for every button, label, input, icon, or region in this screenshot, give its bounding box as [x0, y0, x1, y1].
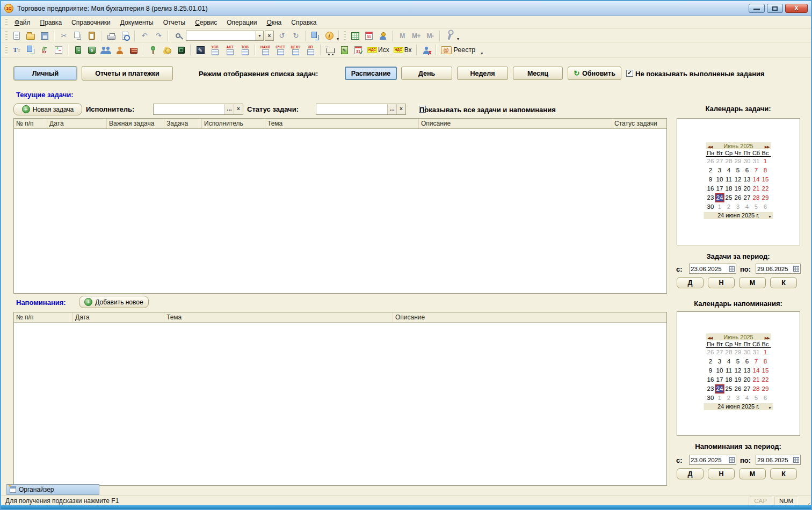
calendar-day[interactable]: 31 — [752, 348, 761, 357]
calendar-prev-icon[interactable] — [708, 142, 713, 150]
journal-book-icon[interactable] — [127, 44, 140, 56]
calendar-day[interactable]: 9 — [706, 366, 715, 375]
toolbar-grip[interactable] — [5, 46, 8, 55]
minimize-button[interactable] — [749, 4, 765, 13]
open-icon[interactable] — [24, 30, 37, 42]
doc-account-button[interactable]: СЧЕТ — [273, 44, 287, 56]
calendar-day[interactable]: 4 — [743, 202, 752, 212]
task-status-clear-icon[interactable]: × — [396, 104, 405, 114]
calendar-day[interactable]: 29 — [761, 384, 770, 394]
menu-help[interactable]: Справка — [286, 17, 321, 28]
task-status-input[interactable] — [316, 105, 387, 114]
calendar-day[interactable]: 2 — [706, 357, 715, 366]
paste-icon[interactable] — [85, 30, 98, 42]
calendar-next-icon[interactable] — [765, 333, 770, 341]
calendar-day[interactable]: 11 — [724, 175, 734, 184]
calendar-day[interactable]: 20 — [743, 375, 752, 384]
menu-service[interactable]: Сервис — [190, 17, 222, 28]
safe-door-icon[interactable] — [71, 44, 84, 56]
column-header[interactable]: Тема — [164, 312, 393, 322]
doc-services-button[interactable]: УСЛ — [208, 44, 222, 56]
print-preview-icon[interactable] — [119, 30, 132, 42]
reminders-period-from-input[interactable] — [691, 457, 729, 463]
calendar-day[interactable]: 2 — [706, 166, 715, 175]
refresh-button[interactable]: ↻Обновить — [568, 67, 621, 80]
calendar-day[interactable]: 29 — [761, 193, 770, 202]
calendar-day[interactable]: 17 — [715, 375, 724, 384]
doc-goods-button[interactable]: ТОВ — [238, 44, 252, 56]
calendar-selected-day[interactable]: 24 — [715, 193, 724, 202]
cart-icon[interactable] — [324, 44, 337, 56]
chart-of-accounts-icon[interactable] — [52, 44, 65, 56]
add-reminder-button[interactable]: +Добавить новое — [79, 296, 149, 308]
calendar-day[interactable]: 23 — [706, 193, 715, 202]
calendar-day[interactable]: 10 — [715, 175, 724, 184]
calendar-day[interactable]: 6 — [761, 394, 770, 403]
calendar-day[interactable]: 26 — [734, 193, 743, 202]
doc-act-button[interactable]: АКТ — [223, 44, 237, 56]
column-header[interactable]: Дата — [73, 312, 164, 322]
doc-workshop-button[interactable]: ЦЕХ1 — [288, 44, 302, 56]
date-picker-icon[interactable] — [793, 457, 799, 463]
calendar-day[interactable]: 18 — [724, 375, 734, 384]
calendar-check-icon[interactable]: 31 — [352, 44, 365, 56]
save-icon[interactable] — [38, 30, 51, 42]
calendar-day[interactable]: 3 — [734, 394, 743, 403]
date-picker-icon[interactable] — [793, 266, 799, 272]
column-header[interactable]: Важная задача — [107, 119, 164, 128]
tab-personal[interactable]: Личный — [13, 66, 77, 81]
redo-icon[interactable]: ↷ — [152, 30, 165, 42]
cash-register-icon[interactable]: $ — [85, 44, 98, 56]
calendar-day[interactable]: 27 — [743, 384, 752, 394]
calendar-prev-icon[interactable] — [708, 333, 713, 341]
print-icon[interactable] — [105, 30, 118, 42]
calendar-day[interactable]: 26 — [734, 384, 743, 394]
debit-credit-icon[interactable]: ДтКт — [38, 44, 51, 56]
reminders-period-quarter-button[interactable]: К — [770, 468, 797, 479]
calendar-date-selector[interactable]: 24 июня 2025 г. — [704, 212, 773, 219]
column-header[interactable]: Статус задачи — [612, 119, 666, 128]
structure-icon[interactable] — [24, 44, 37, 56]
calendar-day[interactable]: 5 — [734, 166, 743, 175]
reminders-period-month-button[interactable]: М — [739, 468, 766, 479]
cut-icon[interactable]: ✂ — [57, 30, 70, 42]
calendar-day[interactable]: 10 — [715, 366, 724, 375]
edit-note-icon[interactable] — [194, 44, 207, 56]
calendar-day[interactable]: 29 — [734, 157, 743, 166]
task-status-picker-icon[interactable]: … — [387, 104, 396, 114]
restore-button[interactable] — [767, 4, 783, 13]
calendar-day[interactable]: 28 — [724, 348, 734, 357]
calendar-day[interactable]: 31 — [752, 157, 761, 166]
calendar-day[interactable]: 5 — [752, 202, 761, 212]
calendar-day[interactable]: 16 — [706, 184, 715, 193]
calendar-day[interactable]: 14 — [752, 366, 761, 375]
reminders-period-week-button[interactable]: Н — [708, 468, 735, 479]
new-document-icon[interactable] — [10, 30, 23, 42]
calendar-day[interactable]: 5 — [752, 394, 761, 403]
calendar-day[interactable]: 18 — [724, 184, 734, 193]
calendar-day[interactable]: 20 — [743, 184, 752, 193]
calendar-day[interactable]: 5 — [734, 357, 743, 366]
memory-subtract-button[interactable]: M- — [424, 30, 437, 42]
reminders-period-day-button[interactable]: Д — [677, 468, 704, 479]
close-button[interactable]: X — [785, 4, 808, 13]
column-header[interactable]: Исполнитель — [202, 119, 265, 128]
calendar-day[interactable]: 28 — [724, 157, 734, 166]
calendar-day[interactable]: 3 — [715, 357, 724, 366]
toolbar-grip[interactable] — [344, 31, 346, 40]
reminders-table[interactable]: № п/п Дата Тема Описание — [13, 312, 667, 486]
tasks-period-from-input[interactable] — [691, 266, 729, 272]
calculator-icon[interactable] — [349, 30, 361, 42]
calendar-day[interactable]: 28 — [752, 384, 761, 394]
money-icon[interactable] — [161, 44, 173, 56]
calendar-day[interactable]: 25 — [724, 384, 734, 394]
column-header[interactable]: Дата — [47, 119, 107, 128]
calendar-day[interactable]: 22 — [761, 184, 770, 193]
calendar-day[interactable]: 3 — [715, 166, 724, 175]
calendar-day[interactable]: 19 — [734, 375, 743, 384]
calendar-day[interactable]: 7 — [752, 357, 761, 366]
column-header[interactable]: № п/п — [14, 119, 47, 128]
calendar-day[interactable]: 12 — [734, 175, 743, 184]
calendar-day[interactable]: 26 — [706, 157, 715, 166]
calendar-day[interactable]: 1 — [761, 157, 770, 166]
